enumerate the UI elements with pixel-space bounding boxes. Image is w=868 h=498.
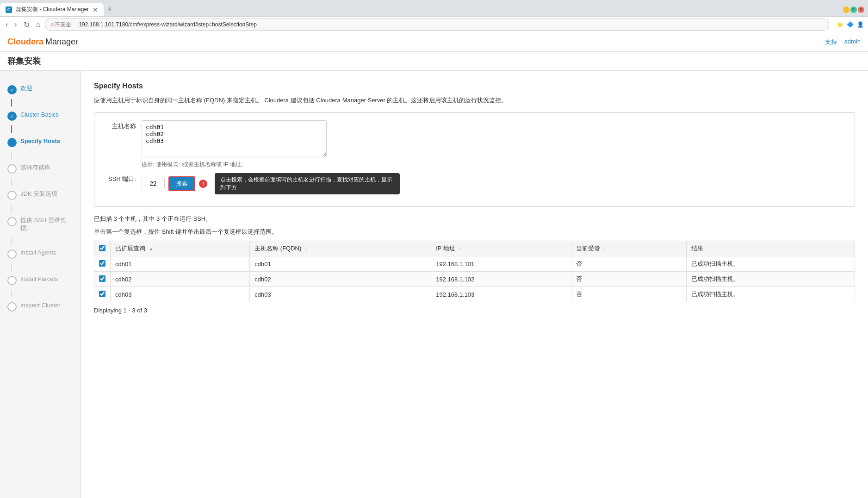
td-fqdn-0: cdh01 — [250, 256, 431, 272]
connector-1 — [11, 99, 12, 106]
sidebar-label-welcome: 欢迎 — [20, 85, 32, 93]
connector-6 — [11, 237, 12, 244]
td-checkbox-0 — [94, 256, 111, 272]
connector-3 — [11, 152, 12, 159]
admin-menu[interactable]: admin — [844, 38, 861, 46]
step-circle-cluster-basics: ✓ — [7, 112, 17, 121]
new-tab-button[interactable]: + — [104, 5, 116, 14]
td-result-1: 已成功扫描主机。 — [687, 272, 855, 287]
host-textarea[interactable]: cdh01 cdh02 cdh03 — [142, 120, 327, 157]
sidebar-item-ssh-login[interactable]: 提供 SSH 登录凭据。 — [0, 212, 81, 237]
browser-tab[interactable]: C 群集安装 - Cloudera Manager ✕ — [0, 3, 104, 16]
sidebar-label-specify-hosts: Specify Hosts — [20, 137, 60, 145]
home-button[interactable]: ⌂ — [34, 19, 43, 30]
th-managed[interactable]: 当前受管 ↕ — [571, 241, 687, 256]
th-ip[interactable]: IP 地址 ↕ — [431, 241, 571, 256]
security-warning-icon: ⚠ — [50, 22, 55, 28]
sort-arrow-ip: ↕ — [459, 246, 461, 251]
table-header-row: 已扩展查询 ▲ 主机名称 (FQDN) ↕ IP 地址 ↕ 当前受管 ↕ — [94, 241, 855, 256]
scan-result-line1: 已扫描 3 个主机，其中 3 个正在运行 SSH。 — [94, 214, 855, 224]
ssh-port-row: SSH 端口: 搜索 ! 点击搜索，会根据前面填写的主机名进行扫描，查找对应的主… — [104, 173, 845, 194]
th-expanded[interactable]: 已扩展查询 ▲ — [111, 241, 250, 256]
connector-5 — [11, 205, 12, 212]
reload-button[interactable]: ↻ — [22, 19, 31, 30]
sort-arrow-fqdn: ↕ — [305, 246, 307, 251]
info-icon: ! — [199, 180, 207, 188]
hint-text: 提示: 使用模式 □搜索主机名称或 IP 地址。 — [142, 161, 327, 168]
extension-icon-3: 👤 — [856, 20, 864, 29]
table-row: cdh03 cdh03 192.168.1.103 否 已成功扫描主机。 — [94, 287, 855, 302]
sidebar-item-cluster-basics[interactable]: ✓ Cluster Basics — [0, 106, 81, 125]
content-title: Specify Hosts — [94, 82, 855, 90]
search-button[interactable]: 搜索 — [168, 176, 195, 191]
td-result-2: 已成功扫描主机。 — [687, 287, 855, 302]
sidebar-label-jdk: JDK 安装选项 — [20, 190, 57, 198]
app-header: Cloudera Manager 支持 admin — [0, 32, 868, 52]
row-checkbox-1[interactable] — [99, 275, 105, 282]
main-content: Specify Hosts 应使用主机用于标识自身的同一主机名称 (FQDN) … — [81, 71, 868, 498]
host-form-section: 主机名称 cdh01 cdh02 cdh03 提示: 使用模式 □搜索主机名称或… — [94, 112, 855, 207]
row-checkbox-0[interactable] — [99, 260, 105, 267]
sidebar-item-select-repo[interactable]: 选择存储库 — [0, 159, 81, 178]
td-fqdn-1: cdh02 — [250, 272, 431, 287]
ssh-label: SSH 端口: — [104, 173, 136, 183]
content-description: 应使用主机用于标识自身的同一主机名称 (FQDN) 来指定主机。 Clouder… — [94, 96, 855, 105]
table-row: cdh02 cdh02 192.168.1.102 否 已成功扫描主机。 — [94, 272, 855, 287]
td-ip-0: 192.168.1.101 — [431, 256, 571, 272]
scan-result-line2: 单击第一个复选框，按住 Shift 键并单击最后一个复选框以选择范围。 — [94, 227, 855, 237]
select-all-checkbox[interactable] — [99, 245, 105, 251]
sidebar: ✓ 欢迎 ✓ Cluster Basics Specify Hosts 选择存储… — [0, 71, 81, 498]
window-minimize[interactable]: — — [843, 6, 849, 13]
td-checkbox-1 — [94, 272, 111, 287]
row-checkbox-2[interactable] — [99, 291, 105, 297]
step-circle-select-repo — [7, 164, 17, 174]
sidebar-item-jdk[interactable]: JDK 安装选项 — [0, 186, 81, 205]
sidebar-item-welcome[interactable]: ✓ 欢迎 — [0, 80, 81, 99]
host-name-label: 主机名称 — [104, 120, 136, 131]
connector-2 — [11, 125, 12, 133]
td-managed-2: 否 — [571, 287, 687, 302]
connector-4 — [11, 178, 12, 186]
connector-8 — [11, 290, 12, 297]
th-fqdn[interactable]: 主机名称 (FQDN) ↕ — [250, 241, 431, 256]
host-table: 已扩展查询 ▲ 主机名称 (FQDN) ↕ IP 地址 ↕ 当前受管 ↕ — [94, 241, 855, 302]
td-managed-0: 否 — [571, 256, 687, 272]
sidebar-label-install-parcels: Install Parcels — [20, 275, 58, 283]
forward-nav-button[interactable]: › — [12, 19, 19, 30]
page-title: 群集安装 — [0, 52, 868, 71]
tab-close-button[interactable]: ✕ — [93, 6, 98, 13]
back-nav-button[interactable]: ‹ — [4, 19, 10, 30]
logo-manager: Manager — [45, 37, 78, 47]
extension-icon-2: 🔷 — [846, 20, 854, 29]
support-link[interactable]: 支持 — [825, 38, 837, 46]
displaying-text: Displaying 1 - 3 of 3 — [94, 307, 855, 314]
tab-favicon: C — [6, 6, 12, 13]
sidebar-item-install-parcels[interactable]: Install Parcels — [0, 271, 81, 290]
sidebar-item-inspect-cluster[interactable]: Inspect Cluster — [0, 297, 81, 316]
sidebar-item-install-agents[interactable]: Install Agents — [0, 244, 81, 263]
sidebar-label-inspect-cluster: Inspect Cluster — [20, 302, 61, 310]
tooltip-bubble: 点击搜索，会根据前面填写的主机名进行扫描，查找对应的主机，显示到下方 — [215, 173, 400, 194]
sidebar-item-specify-hosts[interactable]: Specify Hosts — [0, 133, 81, 152]
sidebar-label-select-repo: 选择存储库 — [20, 164, 50, 172]
connector-7 — [11, 263, 12, 271]
td-managed-1: 否 — [571, 272, 687, 287]
th-fqdn-label: 主机名称 (FQDN) — [254, 245, 301, 252]
sidebar-label-ssh-login: 提供 SSH 登录凭据。 — [20, 217, 73, 232]
th-result-label: 结果 — [691, 245, 703, 252]
ssh-port-input[interactable] — [142, 178, 165, 189]
window-maximize[interactable]: □ — [850, 6, 857, 13]
th-managed-label: 当前受管 — [576, 245, 600, 252]
step-circle-specify-hosts — [7, 138, 17, 147]
td-ip-2: 192.168.1.103 — [431, 287, 571, 302]
step-circle-welcome: ✓ — [7, 85, 17, 94]
sidebar-label-cluster-basics: Cluster Basics — [20, 111, 59, 119]
td-ip-1: 192.168.1.102 — [431, 272, 571, 287]
step-circle-jdk — [7, 191, 17, 200]
step-circle-ssh-login — [7, 217, 17, 226]
app-logo: Cloudera Manager — [7, 37, 78, 47]
address-bar-input[interactable] — [74, 20, 824, 29]
th-checkbox — [94, 241, 111, 256]
window-close[interactable]: ✕ — [858, 6, 864, 13]
extension-icon-1: ⭐ — [836, 20, 844, 29]
